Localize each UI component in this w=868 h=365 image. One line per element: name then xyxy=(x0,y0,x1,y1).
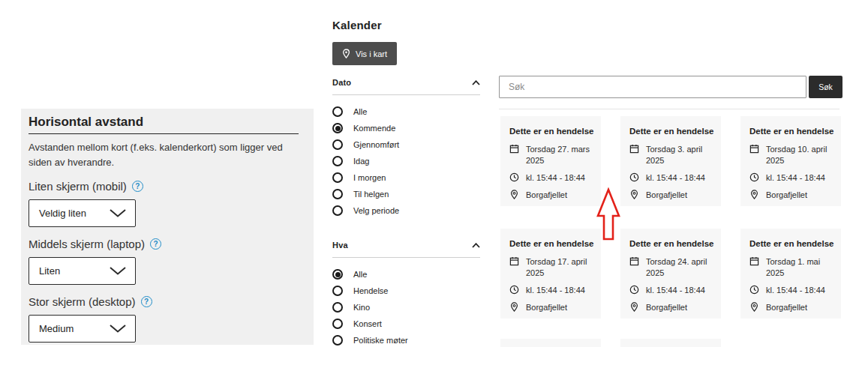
event-card-partial[interactable] xyxy=(620,339,721,347)
event-location-row: Borgafjellet xyxy=(749,302,835,313)
dato-radio-list: Alle Kommende Gjennomført Idag I morgen … xyxy=(332,103,480,219)
calendar-filter-column: Kalender Vis i kart Dato Alle Kommende G… xyxy=(332,19,480,349)
event-card[interactable]: Dette er en hendelse Torsdag 24. april 2… xyxy=(620,229,721,319)
chevron-up-icon xyxy=(472,243,480,248)
event-time: kl. 15:44 - 18:44 xyxy=(646,285,705,296)
hva-radio-list: Alle Hendelse Kino Konsert Politiske møt… xyxy=(332,266,480,349)
event-time: kl. 15:44 - 18:44 xyxy=(646,172,705,184)
radio-label: Hendelse xyxy=(353,286,388,295)
filter-section-dato-header[interactable]: Dato xyxy=(332,78,480,95)
event-card[interactable]: Dette er en hendelse Torsdag 1. mai 2025… xyxy=(740,229,841,319)
filter-section-title: Hva xyxy=(332,241,348,250)
radio-option-kommende[interactable]: Kommende xyxy=(332,120,480,136)
event-time-row: kl. 15:44 - 18:44 xyxy=(509,172,595,184)
radio-icon xyxy=(332,139,343,150)
filter-section-title: Dato xyxy=(332,78,351,87)
event-date-row: Torsdag 1. mai 2025 xyxy=(749,256,835,279)
radio-option-konsert[interactable]: Konsert xyxy=(332,316,480,332)
event-time-row: kl. 15:44 - 18:44 xyxy=(509,285,595,296)
field-label-text: Liten skjerm (mobil) xyxy=(29,180,127,193)
radio-option-velg-periode[interactable]: Velg periode xyxy=(332,202,480,219)
divider xyxy=(499,109,839,109)
help-icon[interactable]: ? xyxy=(150,238,161,250)
radio-option-kino[interactable]: Kino xyxy=(332,299,480,316)
event-date-row: Torsdag 17. april 2025 xyxy=(509,256,595,279)
location-pin-icon xyxy=(629,190,639,199)
location-pin-icon xyxy=(749,302,759,312)
event-location: Borgafjellet xyxy=(526,302,567,313)
filter-section-hva-header[interactable]: Hva xyxy=(332,241,480,258)
field-group-small-screen: Liten skjerm (mobil) ? Veldig liten xyxy=(29,180,305,227)
event-date: Torsdag 24. april 2025 xyxy=(646,256,715,279)
help-icon[interactable]: ? xyxy=(141,296,152,307)
event-time-row: kl. 15:44 - 18:44 xyxy=(749,285,835,296)
radio-label: I morgen xyxy=(353,173,386,182)
clock-icon xyxy=(629,172,639,182)
radio-label: Velg periode xyxy=(353,206,399,215)
field-label: Middels skjerm (laptop) ? xyxy=(29,238,305,250)
large-screen-select[interactable]: Medium xyxy=(29,315,136,343)
event-card[interactable]: Dette er en hendelse Torsdag 17. april 2… xyxy=(500,229,601,319)
radio-option-politiske-moter[interactable]: Politiske møter xyxy=(332,332,480,349)
chevron-up-icon xyxy=(472,80,480,85)
select-value: Liten xyxy=(39,265,60,277)
event-card[interactable]: Dette er en hendelse Torsdag 10. april 2… xyxy=(740,116,841,206)
show-in-map-button[interactable]: Vis i kart xyxy=(332,42,397,65)
event-date-row: Torsdag 10. april 2025 xyxy=(749,144,835,166)
radio-label: Alle xyxy=(353,270,367,279)
panel-title: Horisontal avstand xyxy=(29,115,299,134)
event-location: Borgafjellet xyxy=(646,190,687,201)
calendar-icon xyxy=(509,256,519,266)
event-card-grid: Dette er en hendelse Torsdag 27. mars 20… xyxy=(500,116,841,319)
radio-label: Kommende xyxy=(353,124,395,133)
help-icon[interactable]: ? xyxy=(132,181,143,192)
radio-label: Kino xyxy=(353,303,370,312)
event-title: Dette er en hendelse xyxy=(749,127,835,136)
radio-option-i-morgen[interactable]: I morgen xyxy=(332,169,480,186)
event-location: Borgafjellet xyxy=(646,302,687,313)
event-title: Dette er en hendelse xyxy=(629,127,715,136)
field-group-medium-screen: Middels skjerm (laptop) ? Liten xyxy=(29,238,305,285)
search-button[interactable]: Søk xyxy=(809,76,842,98)
radio-option-hendelse[interactable]: Hendelse xyxy=(332,283,480,299)
radio-icon xyxy=(332,319,343,329)
event-date-row: Torsdag 27. mars 2025 xyxy=(509,144,595,166)
chevron-down-icon xyxy=(110,267,126,275)
event-location: Borgafjellet xyxy=(766,190,807,201)
radio-label: Konsert xyxy=(353,319,382,328)
radio-option-idag[interactable]: Idag xyxy=(332,153,480,169)
event-card[interactable]: Dette er en hendelse Torsdag 3. april 20… xyxy=(620,116,721,206)
chevron-down-icon xyxy=(110,209,126,217)
radio-option-alle[interactable]: Alle xyxy=(332,266,480,283)
radio-option-alle[interactable]: Alle xyxy=(332,103,480,120)
radio-option-til-helgen[interactable]: Til helgen xyxy=(332,186,480,202)
event-card[interactable]: Dette er en hendelse Torsdag 27. mars 20… xyxy=(500,116,601,206)
field-label: Stor skjerm (desktop) ? xyxy=(29,295,305,308)
event-date: Torsdag 1. mai 2025 xyxy=(766,256,835,279)
event-date-row: Torsdag 24. april 2025 xyxy=(629,256,715,279)
clock-icon xyxy=(509,285,519,295)
clock-icon xyxy=(629,285,639,295)
select-value: Veldig liten xyxy=(39,208,86,219)
search-input[interactable] xyxy=(499,76,806,98)
select-value: Medium xyxy=(39,323,74,334)
event-time-row: kl. 15:44 - 18:44 xyxy=(629,285,715,296)
event-time-row: kl. 15:44 - 18:44 xyxy=(749,172,835,184)
calendar-icon xyxy=(629,256,639,266)
event-location-row: Borgafjellet xyxy=(509,302,595,313)
clock-icon xyxy=(749,285,759,295)
medium-screen-select[interactable]: Liten xyxy=(29,257,136,285)
radio-label: Til helgen xyxy=(353,190,389,199)
radio-icon xyxy=(332,172,343,183)
event-card-partial[interactable] xyxy=(500,339,601,347)
radio-option-gjennomfort[interactable]: Gjennomført xyxy=(332,136,480,153)
radio-icon-selected xyxy=(332,269,343,280)
radio-icon xyxy=(332,106,343,117)
event-location-row: Borgafjellet xyxy=(749,190,835,201)
small-screen-select[interactable]: Veldig liten xyxy=(29,199,136,227)
location-pin-icon xyxy=(749,190,759,199)
event-date: Torsdag 3. april 2025 xyxy=(646,144,715,166)
location-pin-icon xyxy=(509,190,519,199)
event-date-row: Torsdag 3. april 2025 xyxy=(629,144,715,166)
event-time: kl. 15:44 - 18:44 xyxy=(526,172,585,184)
